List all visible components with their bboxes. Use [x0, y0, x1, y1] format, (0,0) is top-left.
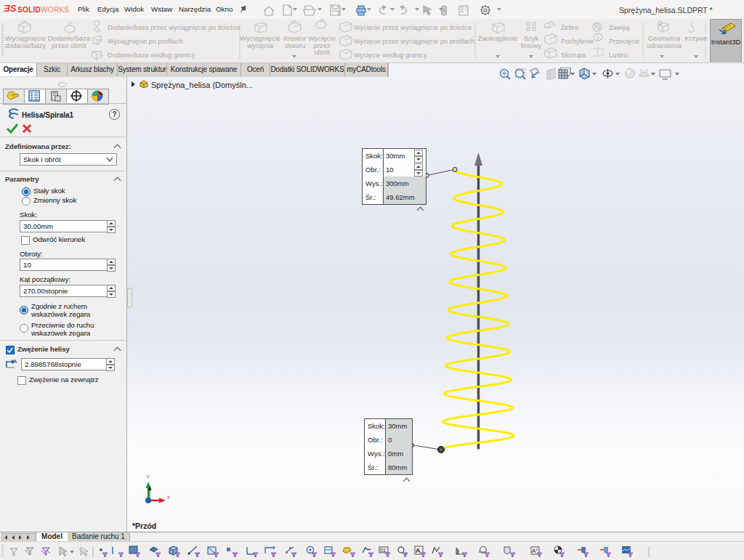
svg-text:x: x	[167, 494, 170, 500]
svg-text:A: A	[13, 358, 17, 365]
svg-text:01: 01	[380, 548, 386, 553]
svg-text:A: A	[416, 547, 421, 554]
svg-text:Y: Y	[146, 474, 150, 480]
